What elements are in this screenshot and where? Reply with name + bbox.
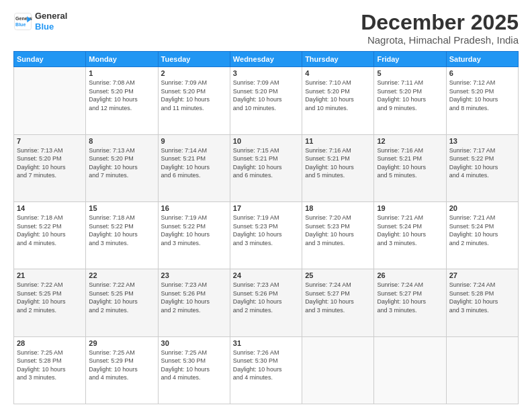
day-number: 22 (89, 271, 154, 279)
day-info: Sunrise: 7:21 AM Sunset: 5:24 PM Dayligh… (377, 214, 443, 247)
calendar-cell: 8Sunrise: 7:13 AM Sunset: 5:20 PM Daylig… (86, 134, 158, 201)
day-number: 23 (161, 271, 227, 279)
calendar-week-row: 14Sunrise: 7:18 AM Sunset: 5:22 PM Dayli… (14, 201, 519, 269)
day-number: 10 (233, 137, 299, 145)
day-info: Sunrise: 7:23 AM Sunset: 5:26 PM Dayligh… (161, 281, 227, 314)
calendar-cell: 27Sunrise: 7:24 AM Sunset: 5:28 PM Dayli… (446, 269, 518, 336)
day-number: 4 (305, 69, 371, 77)
calendar-cell: 16Sunrise: 7:19 AM Sunset: 5:22 PM Dayli… (158, 201, 230, 269)
day-number: 5 (377, 69, 443, 77)
day-info: Sunrise: 7:11 AM Sunset: 5:20 PM Dayligh… (377, 79, 443, 112)
calendar-cell: 26Sunrise: 7:24 AM Sunset: 5:27 PM Dayli… (374, 269, 446, 336)
day-info: Sunrise: 7:26 AM Sunset: 5:30 PM Dayligh… (233, 349, 299, 382)
day-number: 2 (161, 69, 227, 77)
day-info: Sunrise: 7:15 AM Sunset: 5:21 PM Dayligh… (233, 146, 299, 180)
calendar-cell: 3Sunrise: 7:09 AM Sunset: 5:20 PM Daylig… (230, 67, 302, 134)
calendar-header-row: SundayMondayTuesdayWednesdayThursdayFrid… (14, 52, 519, 67)
day-number: 1 (89, 69, 154, 77)
logo: General Blue General Blue (13, 11, 67, 32)
day-header-friday: Friday (374, 52, 446, 67)
calendar-cell: 17Sunrise: 7:19 AM Sunset: 5:23 PM Dayli… (230, 201, 302, 269)
calendar-cell: 24Sunrise: 7:23 AM Sunset: 5:26 PM Dayli… (230, 269, 302, 336)
day-number: 28 (17, 339, 83, 347)
day-header-sunday: Sunday (14, 52, 86, 67)
calendar-cell: 29Sunrise: 7:25 AM Sunset: 5:29 PM Dayli… (86, 336, 158, 404)
day-number: 8 (89, 137, 154, 145)
calendar-cell: 28Sunrise: 7:25 AM Sunset: 5:28 PM Dayli… (14, 336, 86, 404)
calendar-cell: 31Sunrise: 7:26 AM Sunset: 5:30 PM Dayli… (230, 336, 302, 404)
day-number: 12 (377, 137, 443, 145)
calendar-week-row: 1Sunrise: 7:08 AM Sunset: 5:20 PM Daylig… (14, 67, 519, 134)
day-number: 26 (377, 271, 443, 279)
day-info: Sunrise: 7:08 AM Sunset: 5:20 PM Dayligh… (89, 79, 154, 112)
day-number: 19 (377, 204, 443, 212)
day-number: 16 (161, 204, 227, 212)
calendar-table: SundayMondayTuesdayWednesdayThursdayFrid… (13, 51, 519, 404)
day-info: Sunrise: 7:10 AM Sunset: 5:20 PM Dayligh… (305, 79, 371, 112)
calendar-cell: 15Sunrise: 7:18 AM Sunset: 5:22 PM Dayli… (86, 201, 158, 269)
calendar-cell: 6Sunrise: 7:12 AM Sunset: 5:20 PM Daylig… (446, 67, 518, 134)
day-number: 25 (305, 271, 371, 279)
day-info: Sunrise: 7:21 AM Sunset: 5:24 PM Dayligh… (449, 214, 515, 247)
day-info: Sunrise: 7:25 AM Sunset: 5:30 PM Dayligh… (161, 349, 227, 382)
day-number: 20 (449, 204, 515, 212)
logo-line2: Blue (35, 21, 54, 32)
calendar-cell: 11Sunrise: 7:16 AM Sunset: 5:21 PM Dayli… (302, 134, 374, 201)
header: General Blue General Blue December 2025 … (13, 11, 519, 46)
title-area: December 2025 Nagrota, Himachal Pradesh,… (361, 11, 519, 46)
calendar-cell (446, 336, 518, 404)
day-info: Sunrise: 7:25 AM Sunset: 5:28 PM Dayligh… (17, 349, 83, 382)
day-info: Sunrise: 7:20 AM Sunset: 5:23 PM Dayligh… (305, 214, 371, 247)
day-info: Sunrise: 7:16 AM Sunset: 5:21 PM Dayligh… (377, 146, 443, 180)
calendar-cell: 21Sunrise: 7:22 AM Sunset: 5:25 PM Dayli… (14, 269, 86, 336)
day-info: Sunrise: 7:23 AM Sunset: 5:26 PM Dayligh… (233, 281, 299, 314)
day-number: 13 (449, 137, 515, 145)
day-info: Sunrise: 7:16 AM Sunset: 5:21 PM Dayligh… (305, 146, 371, 180)
calendar-cell: 18Sunrise: 7:20 AM Sunset: 5:23 PM Dayli… (302, 201, 374, 269)
day-number: 9 (161, 137, 227, 145)
calendar-cell: 23Sunrise: 7:23 AM Sunset: 5:26 PM Dayli… (158, 269, 230, 336)
calendar-cell: 20Sunrise: 7:21 AM Sunset: 5:24 PM Dayli… (446, 201, 518, 269)
logo-line1: General (35, 11, 67, 21)
day-info: Sunrise: 7:18 AM Sunset: 5:22 PM Dayligh… (89, 214, 154, 247)
day-info: Sunrise: 7:14 AM Sunset: 5:21 PM Dayligh… (161, 146, 227, 180)
calendar-cell: 9Sunrise: 7:14 AM Sunset: 5:21 PM Daylig… (158, 134, 230, 201)
calendar-cell: 5Sunrise: 7:11 AM Sunset: 5:20 PM Daylig… (374, 67, 446, 134)
logo-icon: General Blue (13, 12, 32, 31)
calendar-cell: 22Sunrise: 7:22 AM Sunset: 5:25 PM Dayli… (86, 269, 158, 336)
day-info: Sunrise: 7:19 AM Sunset: 5:22 PM Dayligh… (161, 214, 227, 247)
day-number: 27 (449, 271, 515, 279)
day-header-wednesday: Wednesday (230, 52, 302, 67)
calendar-week-row: 21Sunrise: 7:22 AM Sunset: 5:25 PM Dayli… (14, 269, 519, 336)
calendar-cell (302, 336, 374, 404)
calendar-cell: 4Sunrise: 7:10 AM Sunset: 5:20 PM Daylig… (302, 67, 374, 134)
day-info: Sunrise: 7:18 AM Sunset: 5:22 PM Dayligh… (17, 214, 83, 247)
calendar-cell: 7Sunrise: 7:13 AM Sunset: 5:20 PM Daylig… (14, 134, 86, 201)
calendar-cell: 12Sunrise: 7:16 AM Sunset: 5:21 PM Dayli… (374, 134, 446, 201)
day-number: 24 (233, 271, 299, 279)
calendar-week-row: 28Sunrise: 7:25 AM Sunset: 5:28 PM Dayli… (14, 336, 519, 404)
day-number: 14 (17, 204, 83, 212)
day-info: Sunrise: 7:13 AM Sunset: 5:20 PM Dayligh… (17, 146, 83, 180)
page: General Blue General Blue December 2025 … (0, 0, 532, 411)
day-number: 29 (89, 339, 154, 347)
day-number: 30 (161, 339, 227, 347)
day-info: Sunrise: 7:24 AM Sunset: 5:27 PM Dayligh… (377, 281, 443, 314)
day-info: Sunrise: 7:13 AM Sunset: 5:20 PM Dayligh… (89, 146, 154, 180)
day-info: Sunrise: 7:09 AM Sunset: 5:20 PM Dayligh… (233, 79, 299, 112)
main-title: December 2025 (361, 11, 519, 34)
day-header-monday: Monday (86, 52, 158, 67)
calendar-cell: 10Sunrise: 7:15 AM Sunset: 5:21 PM Dayli… (230, 134, 302, 201)
day-info: Sunrise: 7:22 AM Sunset: 5:25 PM Dayligh… (89, 281, 154, 314)
svg-rect-0 (15, 13, 32, 30)
sub-title: Nagrota, Himachal Pradesh, India (361, 34, 519, 46)
calendar-cell: 1Sunrise: 7:08 AM Sunset: 5:20 PM Daylig… (86, 67, 158, 134)
day-number: 3 (233, 69, 299, 77)
day-number: 6 (449, 69, 515, 77)
calendar-week-row: 7Sunrise: 7:13 AM Sunset: 5:20 PM Daylig… (14, 134, 519, 201)
logo-text: General Blue (35, 11, 67, 32)
day-info: Sunrise: 7:22 AM Sunset: 5:25 PM Dayligh… (17, 281, 83, 314)
day-number: 31 (233, 339, 299, 347)
calendar-cell: 19Sunrise: 7:21 AM Sunset: 5:24 PM Dayli… (374, 201, 446, 269)
day-number: 15 (89, 204, 154, 212)
